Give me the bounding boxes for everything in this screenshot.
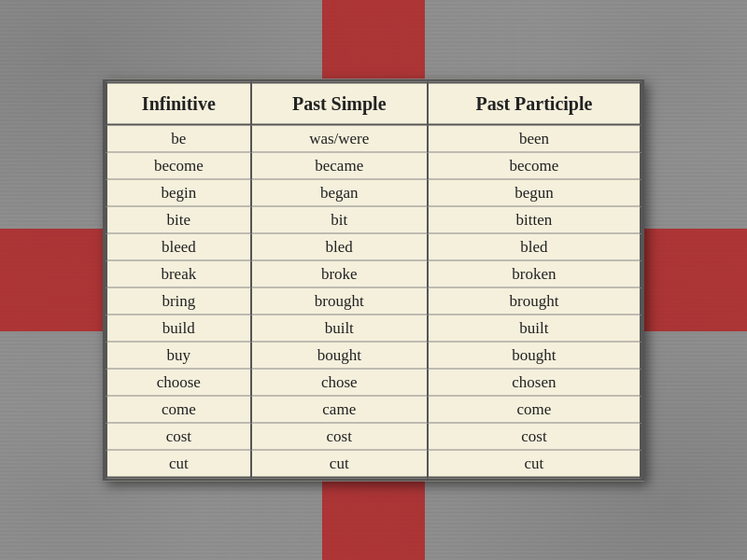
cell-infinitive: choose — [106, 369, 251, 396]
table-row: bewas/werebeen — [106, 125, 641, 153]
cell-past-simple: cut — [251, 450, 428, 478]
cell-past-simple: was/were — [251, 125, 428, 153]
cell-past-participle: cost — [428, 423, 641, 450]
cell-infinitive: build — [106, 315, 251, 342]
table-row: beginbeganbegun — [106, 179, 641, 206]
irregular-verbs-table: Infinitive Past Simple Past Participle b… — [106, 82, 641, 479]
cell-past-simple: brought — [251, 287, 428, 315]
cell-past-simple: came — [251, 396, 428, 423]
table-row: buyboughtbought — [106, 342, 641, 369]
cell-infinitive: bite — [106, 206, 251, 233]
cell-past-participle: brought — [428, 287, 641, 315]
cell-past-simple: began — [251, 179, 428, 206]
table-row: becomebecamebecome — [106, 152, 641, 179]
table-row: bleedbledbled — [106, 233, 641, 260]
cell-infinitive: be — [106, 125, 251, 153]
cell-infinitive: break — [106, 260, 251, 287]
table-header-row: Infinitive Past Simple Past Participle — [106, 83, 641, 125]
table-row: choosechosechosen — [106, 369, 641, 396]
header-infinitive: Infinitive — [106, 83, 251, 125]
cell-past-participle: cut — [428, 450, 641, 478]
cell-past-participle: bought — [428, 342, 641, 369]
header-past-participle: Past Participle — [428, 83, 641, 125]
cell-past-simple: became — [251, 152, 428, 179]
cell-infinitive: buy — [106, 342, 251, 369]
cell-past-simple: bit — [251, 206, 428, 233]
cell-past-simple: bled — [251, 233, 428, 260]
cell-infinitive: bleed — [106, 233, 251, 260]
table-body: bewas/werebeenbecomebecamebecomebeginbeg… — [106, 125, 641, 478]
table-row: buildbuiltbuilt — [106, 315, 641, 342]
verb-table-container: Infinitive Past Simple Past Participle b… — [103, 79, 644, 482]
cell-past-participle: built — [428, 315, 641, 342]
cell-past-participle: chosen — [428, 369, 641, 396]
cell-past-participle: become — [428, 152, 641, 179]
table-row: costcostcost — [106, 423, 641, 450]
cell-past-participle: come — [428, 396, 641, 423]
cell-past-participle: begun — [428, 179, 641, 206]
cell-infinitive: bring — [106, 287, 251, 315]
table-row: breakbrokebroken — [106, 260, 641, 287]
table-row: comecamecome — [106, 396, 641, 423]
cell-past-participle: been — [428, 125, 641, 153]
cell-past-simple: broke — [251, 260, 428, 287]
cell-past-simple: chose — [251, 369, 428, 396]
cell-past-participle: bitten — [428, 206, 641, 233]
table-row: cutcutcut — [106, 450, 641, 478]
header-past-simple: Past Simple — [251, 83, 428, 125]
table-row: bitebitbitten — [106, 206, 641, 233]
cell-infinitive: cost — [106, 423, 251, 450]
cell-past-participle: bled — [428, 233, 641, 260]
cell-past-simple: cost — [251, 423, 428, 450]
cell-infinitive: become — [106, 152, 251, 179]
cell-infinitive: begin — [106, 179, 251, 206]
cell-infinitive: come — [106, 396, 251, 423]
cell-past-participle: broken — [428, 260, 641, 287]
cell-infinitive: cut — [106, 450, 251, 478]
cell-past-simple: bought — [251, 342, 428, 369]
table-row: bringbroughtbrought — [106, 287, 641, 315]
cell-past-simple: built — [251, 315, 428, 342]
